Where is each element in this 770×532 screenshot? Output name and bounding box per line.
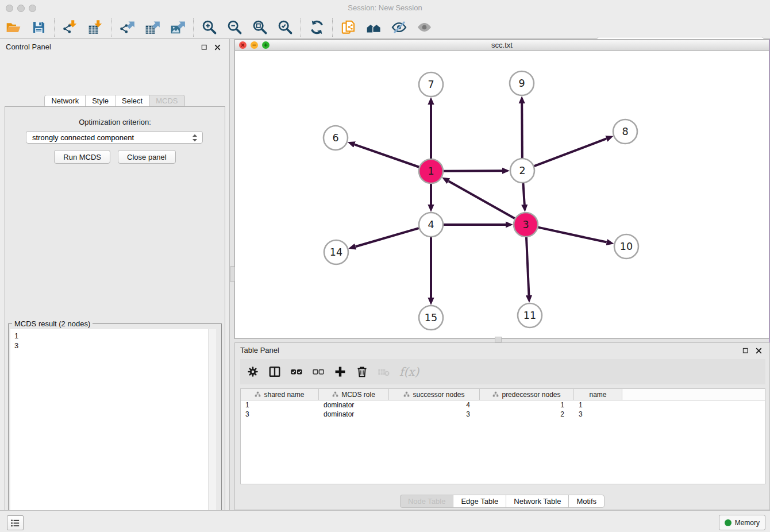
graph-node-15[interactable]: 15 [419,306,443,330]
memory-button[interactable]: Memory [719,515,765,530]
toolbar-separator [193,18,194,37]
task-history-button[interactable] [7,515,24,530]
zoom-fit-icon[interactable] [252,20,268,35]
graph-edge-3-10[interactable] [538,228,606,242]
svg-text:8: 8 [622,126,628,137]
result-scrollbar[interactable] [208,329,216,532]
deselect-columns-icon[interactable] [312,365,325,378]
export-table-icon[interactable] [145,20,160,35]
open-folder-icon[interactable] [6,20,21,35]
graph-node-3[interactable]: 3 [514,213,538,237]
graph-node-7[interactable]: 7 [419,72,443,97]
optimization-criterion-select[interactable]: strongly connected component [26,131,203,144]
cell-mcds-role[interactable]: dominator [319,410,389,419]
graph-node-1[interactable]: 1 [419,159,443,183]
close-panel-button[interactable]: Close panel [118,150,176,164]
gear-icon[interactable] [247,365,259,378]
column-header-mcds-role[interactable]: MCDS role [319,389,389,400]
split-view-icon[interactable] [268,365,281,378]
zoom-in-icon[interactable] [202,20,217,35]
cell-name[interactable]: 3 [574,410,622,419]
hierarchy-icon [332,391,338,398]
graph-edge-3-1[interactable] [448,181,514,218]
table-row-1[interactable]: 1dominator411 [241,400,765,410]
graph-edge-1-6[interactable] [355,145,419,167]
column-header-predecessor-nodes[interactable]: predecessor nodes [480,389,574,400]
hide-selected-icon[interactable] [391,20,407,35]
tab-node-table[interactable]: Node Table [400,495,454,508]
mcds-result-text: 1 3 [14,331,216,350]
column-label: name [589,391,606,399]
duplicate-network-icon[interactable] [341,20,356,35]
export-network-icon[interactable] [120,20,135,35]
float-table-panel-icon[interactable] [741,346,749,354]
hierarchy-icon [492,391,499,398]
column-header-name[interactable]: name [574,389,622,400]
graph-node-4[interactable]: 4 [419,213,443,237]
graph-node-14[interactable]: 14 [324,240,348,264]
graph-edge-2-3[interactable] [523,183,524,205]
control-panel-tabs: NetworkStyleSelectMCDS [0,95,229,107]
cell-shared-name[interactable]: 1 [241,400,319,410]
graph-node-10[interactable]: 10 [614,234,638,259]
tab-style[interactable]: Style [85,95,116,107]
cell-shared-name[interactable]: 3 [241,410,319,419]
graph-edge-2-8[interactable] [534,138,607,166]
tab-edge-table[interactable]: Edge Table [453,495,506,508]
zoom-out-icon[interactable] [227,20,242,35]
panel-splitter-handle[interactable] [230,266,235,282]
float-panel-icon[interactable] [200,43,208,51]
graph-node-8[interactable]: 8 [613,119,637,144]
close-panel-icon[interactable] [213,43,221,51]
tab-select[interactable]: Select [115,95,149,107]
table-header-row: shared nameMCDS rolesuccessor nodesprede… [241,389,765,400]
graph-node-11[interactable]: 11 [518,303,542,327]
mcds-result-area[interactable]: 1 3 [10,329,216,532]
import-table-icon[interactable] [88,20,103,35]
first-neighbors-icon[interactable] [366,20,382,35]
table-row-2[interactable]: 3dominator323 [241,410,765,419]
network-view-window: scc.txt 7968124314101511 [234,39,769,339]
tab-network-table[interactable]: Network Table [506,495,569,508]
graph-node-6[interactable]: 6 [324,126,348,150]
svg-text:1: 1 [428,165,434,177]
view-splitter-handle[interactable] [495,337,502,342]
tab-network[interactable]: Network [44,95,86,107]
network-window-titlebar[interactable]: scc.txt [235,40,769,51]
cell-mcds-role[interactable]: dominator [319,400,389,410]
graph-node-2[interactable]: 2 [510,159,534,183]
add-column-icon[interactable] [334,365,346,378]
show-all-icon[interactable] [417,20,432,35]
svg-text:7: 7 [428,79,434,90]
table-panel-title: Table Panel [240,346,279,354]
export-image-icon[interactable] [170,20,186,35]
tab-mcds[interactable]: MCDS [149,95,184,107]
graph-edge-3-11[interactable] [526,237,529,295]
toolbar-separator [54,18,55,37]
zoom-selected-icon[interactable] [278,20,293,35]
mcds-panel: Optimization criterion: strongly connect… [5,106,225,532]
graph-node-9[interactable]: 9 [510,71,534,95]
cell-predecessor-nodes[interactable]: 2 [480,410,574,419]
cell-name[interactable]: 1 [574,400,622,410]
graph-edge-1-2[interactable] [444,171,502,171]
graph-edge-2-9[interactable] [522,103,522,158]
run-mcds-button[interactable]: Run MCDS [54,150,110,164]
tab-motifs[interactable]: Motifs [568,495,605,508]
cell-successor-nodes[interactable]: 4 [389,400,480,410]
network-canvas[interactable]: 7968124314101511 [235,51,769,338]
refresh-icon[interactable] [309,20,325,35]
save-icon[interactable] [31,20,47,35]
column-header-shared-name[interactable]: shared name [241,389,319,400]
close-table-panel-icon[interactable] [754,346,763,354]
svg-text:14: 14 [330,246,342,258]
graph-edge-4-14[interactable] [356,228,419,246]
column-header-successor-nodes[interactable]: successor nodes [389,389,480,400]
cell-predecessor-nodes[interactable]: 1 [480,400,574,410]
select-all-columns-icon[interactable] [290,365,303,378]
import-network-icon[interactable] [63,20,78,35]
delete-trash-icon[interactable] [356,365,368,378]
toolbar-separator [111,18,112,37]
cell-successor-nodes[interactable]: 3 [389,410,480,419]
function-builder-icon: f(x) [399,365,419,379]
